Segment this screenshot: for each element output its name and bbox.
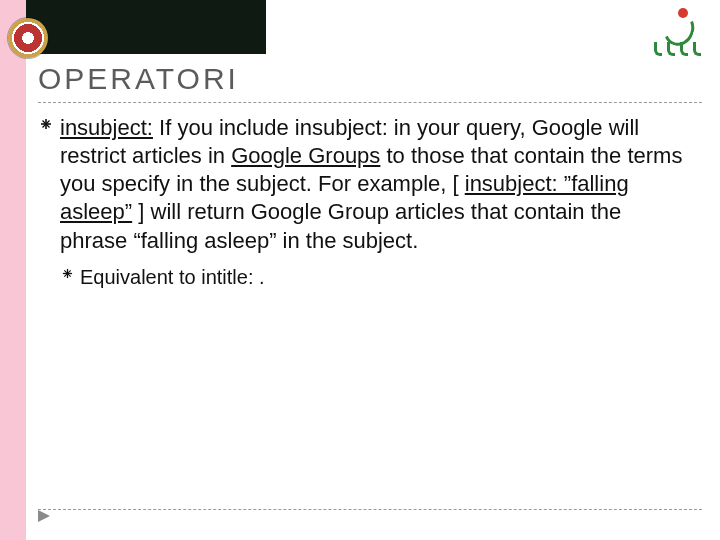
svg-marker-8 [38,510,50,522]
university-seal-icon [8,18,48,58]
institution-logo-icon [648,6,706,58]
bullet-icon [40,114,60,130]
slide-title: OPERATORI [38,62,239,96]
divider-bottom [38,509,702,510]
header-dark-block [26,0,266,54]
body-paragraph: insubject: If you include insubject: in … [60,114,690,255]
slide-content: insubject: If you include insubject: in … [40,114,690,290]
underlined-term: insubject: [60,115,153,140]
underlined-term: Google Groups [231,143,380,168]
sub-text: Equivalent to intitle: . [80,265,265,291]
divider-top [38,102,702,103]
left-accent-bar [0,0,26,540]
sub-bullet-icon [62,265,80,279]
next-arrow-icon [38,508,52,526]
body-text-run: ] will return Google Group articles that… [60,199,621,252]
